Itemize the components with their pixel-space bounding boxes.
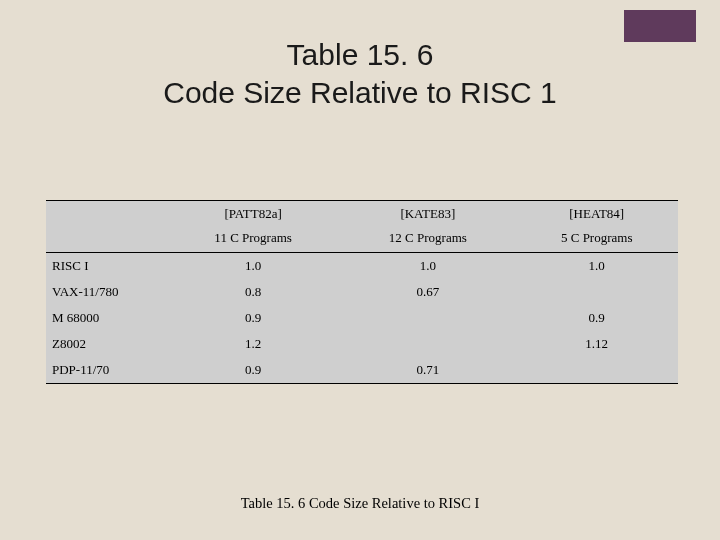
table-header-row-desc: 11 C Programs 12 C Programs 5 C Programs [46, 225, 678, 253]
table-row: VAX-11/780 0.8 0.67 [46, 279, 678, 305]
table-row: M 68000 0.9 0.9 [46, 305, 678, 331]
header-ref-1: [PATT82a] [166, 201, 340, 225]
table-row: Z8002 1.2 1.12 [46, 331, 678, 357]
row-label: M 68000 [46, 305, 166, 331]
cell: 0.9 [166, 305, 340, 331]
table-row: RISC I 1.0 1.0 1.0 [46, 253, 678, 280]
cell [515, 357, 678, 383]
header-ref-3: [HEAT84] [515, 201, 678, 225]
slide-caption: Table 15. 6 Code Size Relative to RISC I [0, 495, 720, 512]
cell: 0.8 [166, 279, 340, 305]
cell: 1.2 [166, 331, 340, 357]
cell: 1.0 [340, 253, 515, 280]
header-desc-1: 11 C Programs [166, 225, 340, 253]
cell: 1.0 [166, 253, 340, 280]
header-ref-2: [KATE83] [340, 201, 515, 225]
header-blank2 [46, 225, 166, 253]
cell: 0.71 [340, 357, 515, 383]
cell [515, 279, 678, 305]
cell: 1.12 [515, 331, 678, 357]
slide-title: Table 15. 6 Code Size Relative to RISC 1 [0, 0, 720, 111]
slide-accent-block [624, 10, 696, 42]
cell [340, 331, 515, 357]
table-row: PDP-11/70 0.9 0.71 [46, 357, 678, 383]
data-table: [PATT82a] [KATE83] [HEAT84] 11 C Program… [46, 200, 678, 384]
header-blank [46, 201, 166, 225]
header-desc-3: 5 C Programs [515, 225, 678, 253]
title-line-2: Code Size Relative to RISC 1 [0, 74, 720, 112]
cell: 0.67 [340, 279, 515, 305]
cell: 1.0 [515, 253, 678, 280]
row-label: VAX-11/780 [46, 279, 166, 305]
row-label: RISC I [46, 253, 166, 280]
cell [340, 305, 515, 331]
title-line-1: Table 15. 6 [0, 36, 720, 74]
cell: 0.9 [515, 305, 678, 331]
table-header-row-refs: [PATT82a] [KATE83] [HEAT84] [46, 201, 678, 225]
row-label: PDP-11/70 [46, 357, 166, 383]
cell: 0.9 [166, 357, 340, 383]
header-desc-2: 12 C Programs [340, 225, 515, 253]
row-label: Z8002 [46, 331, 166, 357]
